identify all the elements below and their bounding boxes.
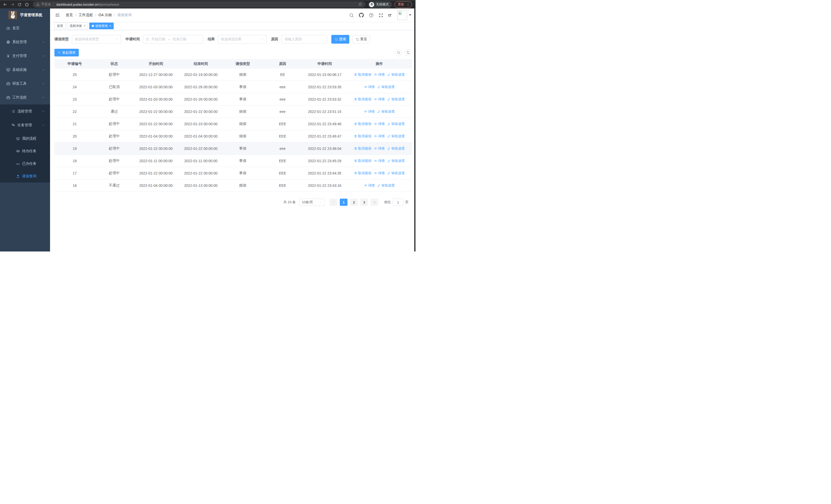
refresh-table-button[interactable]	[404, 49, 411, 56]
bookmark-star-icon[interactable]	[358, 2, 362, 7]
browser-scrollbar-track[interactable]	[414, 8, 416, 251]
browser-home-button[interactable]	[23, 1, 30, 8]
browser-menu-icon[interactable]	[406, 3, 410, 6]
cell-start-time: 2022-01-11 00:00:00	[134, 159, 178, 163]
goto-page-input[interactable]	[393, 199, 403, 206]
close-tab-icon[interactable]: ×	[84, 24, 85, 28]
sidebar-collapse-button[interactable]	[55, 12, 60, 18]
detail-link[interactable]: 详情	[374, 122, 385, 126]
cancel-leave-link[interactable]: 取消请假	[354, 171, 371, 176]
page-size-select[interactable]: 10条/页	[299, 199, 325, 206]
detail-link[interactable]: 详情	[374, 97, 385, 101]
tab-leave-query[interactable]: 请假查询 ×	[89, 23, 114, 29]
tab-home[interactable]: 首页	[54, 23, 66, 29]
leave-type-select[interactable]: 请选择请假类型	[72, 35, 121, 43]
create-leave-button[interactable]: 发起请假	[54, 49, 79, 56]
eye-open-icon	[16, 149, 20, 153]
sidebar-item-process-management[interactable]: 流程管理	[0, 105, 50, 118]
yen-icon	[6, 54, 10, 58]
user-avatar-menu[interactable]	[397, 10, 411, 20]
omnibox-divider	[54, 3, 54, 6]
sidebar-item-system[interactable]: 系统管理	[0, 35, 50, 49]
sidebar-item-workflow[interactable]: 工作流程	[0, 91, 50, 105]
sidebar-item-infrastructure[interactable]: 基础设施	[0, 63, 50, 77]
approval-progress-link[interactable]: 审批进度	[387, 146, 405, 151]
detail-link[interactable]: 详情	[374, 171, 385, 176]
cell-apply-time: 2022-01-22 23:51:15	[303, 110, 346, 114]
breadcrumb-home[interactable]: 首页	[66, 13, 73, 18]
tab-process-detail[interactable]: 流程详情 ×	[67, 23, 88, 29]
show-search-toggle-button[interactable]	[395, 49, 402, 56]
edit-pen-icon	[377, 110, 381, 113]
cell-leave-type: 病假	[223, 72, 262, 77]
browser-reload-button[interactable]	[16, 1, 23, 8]
approval-progress-link[interactable]: 审批进度	[387, 134, 405, 139]
result-select[interactable]: 请选择流结果	[218, 35, 267, 43]
detail-link[interactable]: 详情	[364, 109, 375, 114]
font-size-icon[interactable]: tT	[388, 13, 391, 18]
approval-progress-link[interactable]: 审批进度	[387, 158, 405, 163]
search-button[interactable]: 搜索	[331, 35, 349, 43]
cell-actions: 取消请假 详情 审批进度	[346, 158, 412, 163]
close-tab-icon[interactable]: ×	[109, 24, 111, 28]
cancel-leave-link[interactable]: 取消请假	[354, 72, 371, 77]
end-date-input[interactable]: 结束日期	[173, 37, 187, 41]
cell-actions: 取消请假 详情 审批进度	[346, 146, 412, 151]
browser-forward-button[interactable]	[9, 1, 16, 8]
detail-link[interactable]: 详情	[374, 72, 385, 77]
sidebar-item-todo-tasks[interactable]: 待办任务	[0, 145, 50, 157]
sidebar-item-leave-query[interactable]: 请假查询	[0, 170, 50, 182]
detail-link[interactable]: 详情	[364, 183, 375, 188]
approval-progress-link[interactable]: 审批进度	[387, 72, 405, 77]
page-button-2[interactable]: 2	[350, 199, 358, 206]
breadcrumb-oa-example[interactable]: OA 示例	[98, 13, 112, 18]
cell-start-time: 2021-12-27 00:00:00	[134, 72, 178, 77]
fullscreen-icon[interactable]	[378, 13, 383, 18]
sidebar-item-payment[interactable]: 支付管理	[0, 49, 50, 63]
reset-button[interactable]: 重置	[353, 35, 370, 43]
sidebar-item-done-tasks[interactable]: 已办任务	[0, 157, 50, 170]
browser-back-button[interactable]	[2, 1, 9, 8]
next-page-button[interactable]	[371, 199, 378, 206]
approval-progress-link[interactable]: 审批进度	[377, 109, 395, 114]
cancel-leave-link[interactable]: 取消请假	[354, 122, 371, 126]
sidebar-item-dev-tools[interactable]: 研发工具	[0, 77, 50, 91]
browser-update-button[interactable]: 更新	[395, 1, 412, 8]
approval-progress-link[interactable]: 审批进度	[377, 85, 395, 89]
reason-input[interactable]: 请输入原因	[281, 35, 327, 43]
cancel-leave-link[interactable]: 取消请假	[354, 97, 371, 101]
approval-progress-link[interactable]: 审批进度	[387, 97, 405, 101]
detail-link[interactable]: 详情	[374, 146, 385, 151]
approval-progress-link[interactable]: 审批进度	[387, 171, 405, 176]
approval-progress-link[interactable]: 审批进度	[387, 122, 405, 126]
header-search-icon[interactable]	[349, 13, 354, 18]
table-row: 21 处理中 2022-01-22 00:00:00 2022-01-23 00…	[54, 118, 412, 130]
sidebar-logo[interactable]: 芋道管理系统	[0, 8, 50, 21]
cancel-leave-link[interactable]: 取消请假	[354, 134, 371, 139]
sidebar-item-task-management[interactable]: 任务管理	[0, 118, 50, 132]
detail-link[interactable]: 详情	[364, 85, 375, 89]
detail-link[interactable]: 详情	[374, 134, 385, 139]
cancel-leave-link[interactable]: 取消请假	[354, 146, 371, 151]
apply-time-range-picker[interactable]: 开始日期 - 结束日期	[143, 35, 203, 43]
cell-actions: 详情 审批进度	[346, 183, 412, 188]
breadcrumb-workflow[interactable]: 工作流程	[79, 13, 93, 18]
github-icon[interactable]	[359, 12, 364, 18]
address-bar[interactable]: 不安全 dashboard.yudao.iocoder.cn/bpm/oa/le…	[33, 1, 366, 8]
page-button-1[interactable]: 1	[340, 199, 347, 206]
edit-pen-icon	[387, 97, 391, 101]
approval-progress-link[interactable]: 审批进度	[377, 183, 395, 188]
page-button-3[interactable]: 3	[360, 199, 368, 206]
start-date-input[interactable]: 开始日期	[151, 37, 165, 41]
prev-page-button[interactable]	[329, 199, 337, 206]
fold-menu-icon	[55, 12, 60, 18]
eye-closed-icon	[16, 162, 20, 166]
help-icon[interactable]	[369, 13, 374, 18]
edit-pen-icon	[387, 73, 391, 76]
detail-link[interactable]: 详情	[374, 158, 385, 163]
sidebar-item-my-process[interactable]: 我的流程	[0, 132, 50, 145]
sidebar-item-home[interactable]: 首页	[0, 21, 50, 35]
cancel-leave-link[interactable]: 取消请假	[354, 158, 371, 163]
cell-actions: 取消请假 详情 审批进度	[346, 134, 412, 139]
cell-actions: 取消请假 详情 审批进度	[346, 171, 412, 176]
